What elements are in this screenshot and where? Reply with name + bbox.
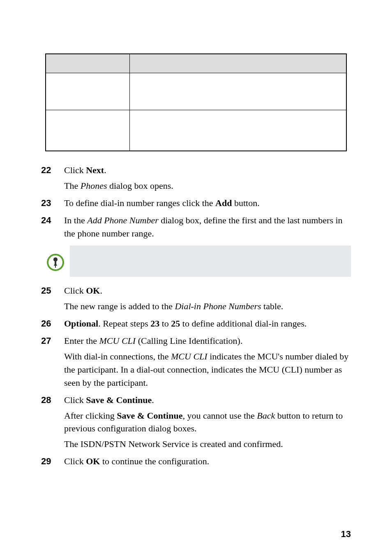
table-header-2 — [130, 54, 346, 73]
step-28: 28 Click Save & Continue. After clicking… — [41, 394, 351, 451]
step-subtext: After clicking Save & Continue, you cann… — [64, 409, 351, 436]
step-text: Click OK. — [64, 285, 102, 296]
step-subtext: The new range is added to the Dial-in Ph… — [64, 300, 351, 313]
step-number: 24 — [41, 214, 51, 227]
step-number: 23 — [41, 197, 51, 210]
reference-table — [45, 53, 347, 151]
step-number: 25 — [41, 284, 51, 297]
step-text: Enter the MCU CLI (Calling Line Identifi… — [64, 336, 242, 346]
step-number: 28 — [41, 394, 51, 407]
step-number: 27 — [41, 334, 51, 348]
step-26: 26 Optional. Repeat steps 23 to 25 to de… — [41, 317, 351, 330]
step-24: 24 In the Add Phone Number dialog box, d… — [41, 214, 351, 240]
step-29: 29 Click OK to continue the configuratio… — [41, 455, 351, 468]
step-23: 23 To define dial-in number ranges click… — [41, 197, 351, 210]
table-row — [46, 110, 346, 151]
step-number: 26 — [41, 317, 51, 330]
page-number: 13 — [341, 529, 351, 540]
step-subtext-2: The ISDN/PSTN Network Service is created… — [64, 438, 351, 451]
step-text: Click OK to continue the configuration. — [64, 456, 209, 466]
step-subtext: With dial-in connections, the MCU CLI in… — [64, 350, 351, 389]
note-icon-wrap — [41, 246, 70, 277]
step-number: 22 — [41, 164, 51, 177]
step-25: 25 Click OK. The new range is added to t… — [41, 284, 351, 313]
pin-icon — [47, 254, 64, 271]
step-text: Optional. Repeat steps 23 to 25 to defin… — [64, 318, 307, 329]
step-text: Click Save & Continue. — [64, 395, 154, 405]
step-22: 22 Click Next. The Phones dialog box ope… — [41, 164, 351, 192]
step-subtext: The Phones dialog box opens. — [64, 179, 351, 192]
step-text: In the Add Phone Number dialog box, defi… — [64, 215, 343, 239]
step-27: 27 Enter the MCU CLI (Calling Line Ident… — [41, 334, 351, 389]
step-text: To define dial-in number ranges click th… — [64, 198, 260, 208]
step-number: 29 — [41, 455, 51, 468]
note-callout — [41, 246, 351, 277]
table-row — [46, 73, 346, 110]
table-header-1 — [46, 54, 130, 73]
step-text: Click Next. — [64, 165, 106, 175]
